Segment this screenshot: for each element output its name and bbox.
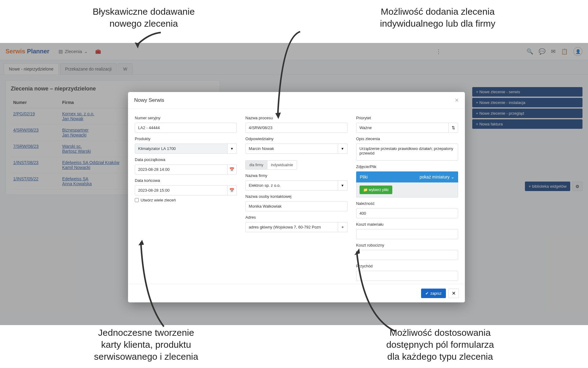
process-input[interactable] bbox=[245, 123, 347, 133]
files-thumbs-label: pokaż miniatury bbox=[420, 174, 450, 179]
annotation-bottom-right: Możliwość dostosowaniadostępnych pól for… bbox=[386, 327, 494, 362]
toggle-individually[interactable]: indywidualnie bbox=[267, 160, 297, 170]
arrow-bottom-left bbox=[135, 239, 168, 331]
svg-marker-3 bbox=[354, 248, 360, 255]
arrow-bottom-right bbox=[351, 248, 400, 337]
modal-title: Nowy Serwis bbox=[134, 97, 164, 103]
company-name-input[interactable] bbox=[245, 180, 338, 190]
label-priority: Priorytet bbox=[356, 116, 458, 120]
label-labor-cost: Koszt robocizny bbox=[356, 243, 458, 247]
label-date-end: Data końcowa bbox=[135, 178, 237, 183]
serial-input[interactable] bbox=[135, 123, 237, 133]
annotation-top-right: Możliwość dodania zleceniaindywidualnego… bbox=[380, 6, 496, 29]
pick-files-label: wybierz pliki bbox=[369, 188, 389, 192]
toggle-for-company[interactable]: dla firmy bbox=[245, 160, 267, 170]
label-responsible: Odpowiedzialny bbox=[245, 136, 347, 141]
save-button[interactable]: ✔ zapisz bbox=[421, 289, 446, 298]
priority-select[interactable] bbox=[356, 123, 449, 133]
folder-icon: 📁 bbox=[363, 188, 368, 192]
contact-name-input[interactable] bbox=[245, 201, 347, 211]
multi-checkbox[interactable] bbox=[135, 198, 139, 202]
due-input[interactable] bbox=[356, 208, 458, 218]
files-header[interactable]: Pliki pokaż miniatury ⌄ bbox=[356, 171, 458, 182]
label-contact-name: Nazwa osoby kontaktowej bbox=[245, 194, 347, 199]
label-multi: Utwórz wiele zleceń bbox=[141, 198, 176, 202]
svg-marker-2 bbox=[138, 240, 144, 245]
calendar-icon[interactable]: 📅 bbox=[228, 164, 237, 174]
customer-type-toggle: dla firmy indywidualnie bbox=[245, 160, 347, 170]
pick-files-button[interactable]: 📁 wybierz pliki bbox=[360, 186, 392, 194]
chevron-down-icon: ⌄ bbox=[451, 174, 454, 179]
cancel-button[interactable]: ✕ bbox=[448, 289, 459, 298]
date-start-input[interactable] bbox=[135, 164, 228, 174]
label-products: Produkty bbox=[135, 136, 237, 141]
address-input[interactable] bbox=[245, 222, 338, 232]
files-header-label: Pliki bbox=[360, 174, 368, 179]
chevron-down-icon[interactable]: ▾ bbox=[338, 144, 348, 154]
save-label: zapisz bbox=[430, 291, 442, 296]
priority-stepper-icon[interactable]: ⇅ bbox=[449, 123, 458, 133]
modal-new-service: Nowy Serwis × Numer seryjny Produkty ▾ D… bbox=[128, 92, 465, 302]
products-input[interactable] bbox=[135, 144, 228, 154]
arrow-top-right bbox=[271, 29, 305, 121]
check-icon: ✔ bbox=[425, 291, 429, 296]
company-addon-icon[interactable]: ▾ bbox=[338, 180, 348, 190]
label-company-name: Nazwa firmy bbox=[245, 173, 347, 178]
svg-marker-1 bbox=[275, 113, 281, 119]
label-material-cost: Koszt materiału bbox=[356, 222, 458, 227]
products-addon-icon[interactable]: ▾ bbox=[228, 144, 237, 154]
label-address: Adres bbox=[245, 215, 347, 220]
label-serial: Numer seryjny bbox=[135, 116, 237, 120]
description-textarea[interactable] bbox=[356, 144, 458, 161]
responsible-select[interactable] bbox=[245, 144, 338, 154]
add-address-icon[interactable]: + bbox=[338, 222, 348, 232]
label-description: Opis zlecenia bbox=[356, 136, 458, 141]
calendar-icon[interactable]: 📅 bbox=[228, 185, 237, 195]
date-end-input[interactable] bbox=[135, 185, 228, 195]
close-icon[interactable]: × bbox=[455, 96, 459, 104]
material-cost-input[interactable] bbox=[356, 229, 458, 239]
arrow-top-left bbox=[132, 30, 165, 52]
annotation-top-left: Błyskawiczne dodawanienowego zlecenia bbox=[92, 6, 195, 29]
annotation-bottom-left: Jednoczesne tworzeniekarty klienta, prod… bbox=[94, 327, 198, 362]
label-file: Zdjęcie/Plik bbox=[356, 164, 458, 169]
label-due: Należność bbox=[356, 201, 458, 206]
label-date-start: Data początkowa bbox=[135, 157, 237, 162]
